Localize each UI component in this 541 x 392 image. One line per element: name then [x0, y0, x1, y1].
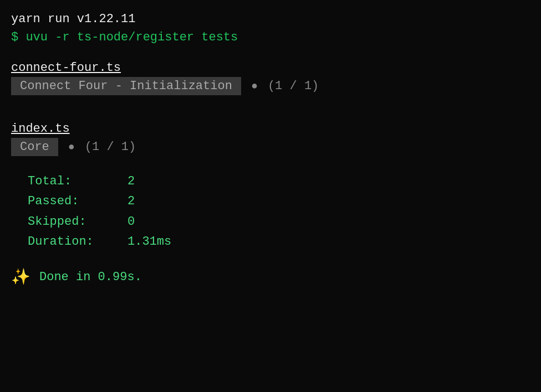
total-label: Total: [28, 172, 127, 192]
core-suite-label: Core [11, 138, 58, 156]
duration-row: Duration: 1.31ms [28, 232, 530, 252]
command-line: $ uvu -r ts-node/register tests [11, 28, 530, 47]
skipped-row: Skipped: 0 [28, 212, 530, 232]
passed-row: Passed: 2 [28, 192, 530, 212]
index-fraction: (1 / 1) [85, 140, 136, 154]
total-value: 2 [127, 172, 135, 192]
done-text: Done in 0.99s. [39, 270, 142, 284]
skipped-value: 0 [127, 212, 135, 232]
passed-label: Passed: [28, 192, 127, 212]
index-section-header: Core ● (1 / 1) [11, 138, 530, 156]
skipped-label: Skipped: [28, 212, 127, 232]
sparkle-icon: ✨ [11, 267, 30, 286]
stats-block: Total: 2 Passed: 2 Skipped: 0 Duration: … [28, 172, 530, 252]
connect-four-filename: connect-four.ts [11, 59, 530, 77]
duration-value: 1.31ms [127, 232, 171, 252]
index-dot: ● [68, 141, 75, 153]
total-row: Total: 2 [28, 172, 530, 192]
passed-value: 2 [127, 192, 135, 212]
connect-four-section-header: Connect Four - Initialization ● (1 / 1) [11, 77, 530, 95]
done-line: ✨ Done in 0.99s. [11, 267, 530, 286]
connect-four-fraction: (1 / 1) [268, 79, 319, 93]
yarn-version-line: yarn run v1.22.11 [11, 10, 530, 28]
connect-four-dot: ● [251, 80, 258, 92]
connect-four-suite-label: Connect Four - Initialization [11, 77, 241, 95]
index-filename: index.ts [11, 120, 530, 138]
duration-label: Duration: [28, 232, 127, 252]
